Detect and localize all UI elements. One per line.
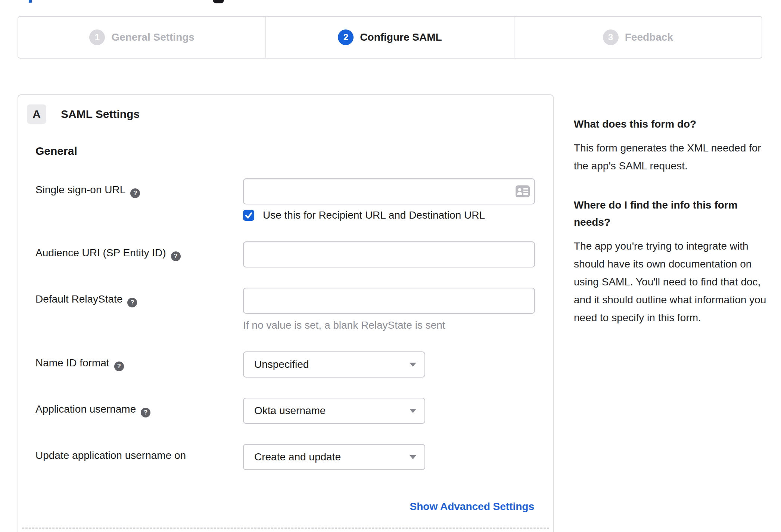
sso-url-label: Single sign-on URL? (35, 178, 243, 221)
name-id-format-label: Name ID format? (35, 351, 243, 378)
step-label: Configure SAML (360, 31, 442, 43)
contact-card-icon[interactable] (516, 185, 530, 199)
app-username-control: Okta username (243, 398, 534, 424)
sso-url-input[interactable] (243, 178, 535, 204)
panel-body: General Single sign-on URL? (18, 124, 553, 513)
section-a-badge: A (27, 104, 46, 124)
recipient-url-checkbox[interactable] (243, 210, 254, 221)
wizard-stepper: 1 General Settings 2 Configure SAML 3 Fe… (18, 16, 762, 59)
help-icon[interactable]: ? (130, 188, 140, 198)
clipped-title-accent (29, 0, 32, 3)
app-username-select[interactable]: Okta username (243, 398, 425, 424)
step-number-badge: 3 (603, 29, 619, 45)
advanced-settings-row: Show Advanced Settings (35, 501, 534, 513)
clipped-header-icon (213, 0, 224, 3)
step-number-badge: 1 (89, 29, 105, 45)
field-row-audience-uri: Audience URI (SP Entity ID)? (35, 241, 534, 267)
saml-settings-panel: A SAML Settings General Single sign-on U… (18, 94, 554, 532)
help-icon[interactable]: ? (171, 251, 181, 261)
help-icon[interactable]: ? (141, 408, 150, 417)
step-feedback[interactable]: 3 Feedback (514, 17, 762, 58)
field-row-sso-url: Single sign-on URL? (35, 178, 534, 221)
step-general-settings[interactable]: 1 General Settings (18, 17, 265, 58)
relay-state-label: Default RelayState? (35, 288, 243, 331)
field-row-name-id-format: Name ID format? Unspecified (35, 351, 534, 378)
sidebar-heading-what: What does this form do? (574, 116, 772, 133)
section-divider (22, 528, 549, 529)
sso-url-input-wrap (243, 178, 535, 204)
step-label: General Settings (111, 31, 195, 43)
caret-down-icon (410, 455, 416, 459)
audience-uri-input[interactable] (243, 241, 535, 267)
recipient-url-checkbox-label: Use this for Recipient URL and Destinati… (263, 209, 485, 221)
update-username-select[interactable]: Create and update (243, 444, 425, 470)
step-number-badge: 2 (338, 29, 354, 45)
name-id-format-control: Unspecified (243, 351, 534, 378)
help-sidebar: What does this form do? This form genera… (574, 94, 772, 348)
app-username-label: Application username? (35, 398, 243, 424)
update-username-control: Create and update (243, 444, 534, 470)
relay-state-input[interactable] (243, 288, 535, 314)
relay-state-control: If no value is set, a blank RelayState i… (243, 288, 535, 331)
relay-state-hint: If no value is set, a blank RelayState i… (243, 319, 535, 331)
update-username-value: Create and update (254, 451, 341, 463)
update-username-label: Update application username on (35, 444, 243, 470)
panel-title: SAML Settings (61, 108, 140, 121)
recipient-url-checkbox-row: Use this for Recipient URL and Destinati… (243, 209, 535, 221)
app-username-value: Okta username (254, 405, 326, 417)
caret-down-icon (410, 363, 416, 367)
sidebar-heading-where: Where do I find the info this form needs… (574, 197, 772, 231)
sidebar-body-where: The app you're trying to integrate with … (574, 237, 772, 327)
show-advanced-settings-link[interactable]: Show Advanced Settings (410, 501, 534, 513)
audience-uri-label: Audience URI (SP Entity ID)? (35, 241, 243, 267)
name-id-format-select[interactable]: Unspecified (243, 351, 425, 378)
help-icon[interactable]: ? (114, 362, 124, 371)
caret-down-icon (410, 409, 416, 413)
help-icon[interactable]: ? (127, 298, 137, 307)
main-content: A SAML Settings General Single sign-on U… (18, 94, 772, 532)
panel-header: A SAML Settings (27, 104, 553, 124)
sidebar-body-what: This form generates the XML needed for t… (574, 139, 772, 175)
step-label: Feedback (625, 31, 673, 43)
field-row-update-username: Update application username on Create an… (35, 444, 534, 470)
step-configure-saml[interactable]: 2 Configure SAML (265, 17, 513, 58)
field-row-relay-state: Default RelayState? If no value is set, … (35, 288, 534, 331)
audience-uri-control (243, 241, 535, 267)
general-section-title: General (35, 145, 534, 157)
name-id-format-value: Unspecified (254, 359, 309, 370)
sso-url-control: Use this for Recipient URL and Destinati… (243, 178, 535, 221)
field-row-app-username: Application username? Okta username (35, 398, 534, 424)
